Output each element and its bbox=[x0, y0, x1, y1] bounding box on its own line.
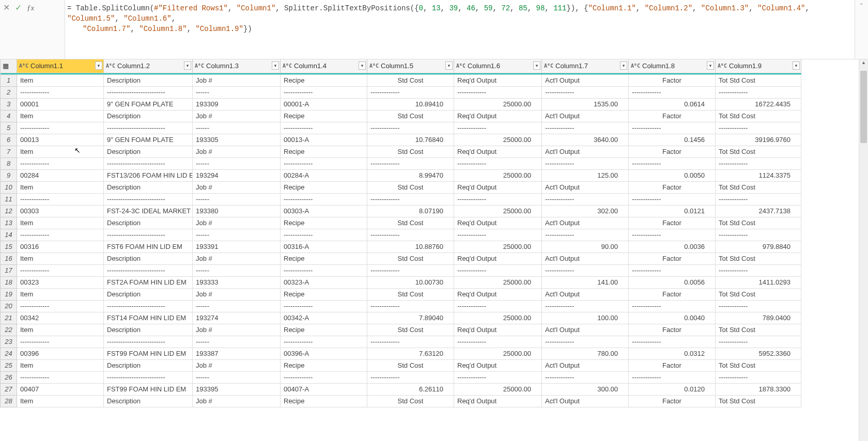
cell[interactable]: 00316 bbox=[17, 241, 104, 253]
row-number[interactable]: 27 bbox=[1, 383, 17, 395]
column-dropdown-icon[interactable]: ▼ bbox=[184, 61, 191, 70]
table-row[interactable]: 3000019" GEN FOAM PLATE19330900001-A10.8… bbox=[1, 98, 801, 110]
cell[interactable]: Req'd Output bbox=[454, 359, 542, 371]
cell[interactable]: ------ bbox=[193, 229, 281, 241]
cell[interactable]: ------------- bbox=[281, 122, 367, 134]
cell[interactable]: 193333 bbox=[193, 276, 281, 288]
cell[interactable]: ------------- bbox=[454, 371, 542, 383]
table-row[interactable]: 11--------------------------------------… bbox=[1, 193, 801, 205]
cell[interactable]: 25000.00 bbox=[454, 276, 542, 288]
cell[interactable]: FST2A FOAM HIN LID EM bbox=[104, 276, 193, 288]
row-number[interactable]: 2 bbox=[1, 86, 17, 98]
cell[interactable]: 00316-A bbox=[281, 241, 367, 253]
cell[interactable]: ------------- bbox=[17, 300, 104, 312]
column-header-8[interactable]: AᴮCColumn1.8▼ bbox=[629, 59, 716, 73]
cell[interactable]: 6.26110 bbox=[367, 383, 454, 395]
table-row[interactable]: 16ItemDescriptionJob #RecipeStd CostReq'… bbox=[1, 253, 801, 264]
cell[interactable]: ------------- bbox=[716, 158, 801, 169]
cell[interactable]: -------------------------- bbox=[104, 371, 193, 383]
cell[interactable]: 00407-A bbox=[281, 383, 367, 395]
cell[interactable]: Factor bbox=[629, 146, 716, 158]
cell[interactable]: ------------- bbox=[367, 300, 454, 312]
row-number[interactable]: 1 bbox=[1, 74, 17, 86]
cell[interactable]: ------------- bbox=[17, 264, 104, 276]
cell[interactable]: ------------- bbox=[629, 122, 716, 134]
cell[interactable]: Factor bbox=[629, 217, 716, 229]
table-row[interactable]: 14--------------------------------------… bbox=[1, 229, 801, 241]
cell[interactable]: ------------- bbox=[17, 193, 104, 205]
cell[interactable]: 0.0614 bbox=[629, 98, 716, 110]
table-row[interactable]: 28ItemDescriptionJob #RecipeStd CostReq'… bbox=[1, 395, 801, 407]
cell[interactable]: ------------- bbox=[629, 371, 716, 383]
cell[interactable]: Item bbox=[17, 110, 104, 122]
cell[interactable]: Factor bbox=[629, 288, 716, 300]
cell[interactable]: 141.00 bbox=[542, 276, 629, 288]
cell[interactable]: ------------- bbox=[454, 86, 542, 98]
cell[interactable]: 125.00 bbox=[542, 169, 629, 181]
cell[interactable]: 9" GEN FOAM PLATE bbox=[104, 134, 193, 146]
cell[interactable]: Description bbox=[104, 324, 193, 336]
text-type-icon[interactable]: AᴮC bbox=[19, 63, 28, 69]
cell[interactable]: ------------- bbox=[542, 229, 629, 241]
cell[interactable]: ------------- bbox=[629, 336, 716, 348]
cell[interactable]: FST13/206 FOAM HIN LID EM bbox=[104, 169, 193, 181]
cell[interactable]: ------------- bbox=[716, 264, 801, 276]
cell[interactable]: ------------- bbox=[281, 371, 367, 383]
column-dropdown-icon[interactable]: ▼ bbox=[95, 61, 102, 70]
cell[interactable]: ------------- bbox=[629, 193, 716, 205]
cell[interactable]: Req'd Output bbox=[454, 253, 542, 264]
text-type-icon[interactable]: AᴮC bbox=[544, 63, 553, 69]
cell[interactable]: 25000.00 bbox=[454, 205, 542, 217]
cell[interactable]: Act'l Output bbox=[542, 181, 629, 193]
cell[interactable]: Act'l Output bbox=[542, 324, 629, 336]
cell[interactable]: Description bbox=[104, 359, 193, 371]
cell[interactable]: ------------- bbox=[17, 371, 104, 383]
cell[interactable]: 193391 bbox=[193, 241, 281, 253]
row-number[interactable]: 28 bbox=[1, 395, 17, 407]
cell[interactable]: Job # bbox=[193, 359, 281, 371]
cell[interactable]: Recipe bbox=[281, 74, 367, 86]
row-number[interactable]: 4 bbox=[1, 110, 17, 122]
cell[interactable]: 7.89040 bbox=[367, 312, 454, 324]
cell[interactable]: Req'd Output bbox=[454, 324, 542, 336]
cell[interactable]: Tot Std Cost bbox=[716, 181, 801, 193]
row-number[interactable]: 10 bbox=[1, 181, 17, 193]
cell[interactable]: 5952.3360 bbox=[716, 348, 801, 359]
cell[interactable]: 10.00730 bbox=[367, 276, 454, 288]
table-row[interactable]: 1800323FST2A FOAM HIN LID EM19333300323-… bbox=[1, 276, 801, 288]
cell[interactable]: 1535.00 bbox=[542, 98, 629, 110]
cell[interactable]: ------ bbox=[193, 264, 281, 276]
row-number[interactable]: 19 bbox=[1, 288, 17, 300]
cell[interactable]: Req'd Output bbox=[454, 217, 542, 229]
table-row[interactable]: 6000139" GEN FOAM PLATE19330500013-A10.7… bbox=[1, 134, 801, 146]
cell[interactable]: Act'l Output bbox=[542, 217, 629, 229]
cell[interactable]: 0.1456 bbox=[629, 134, 716, 146]
cell[interactable]: FST6 FOAM HIN LID EM bbox=[104, 241, 193, 253]
row-number[interactable]: 7 bbox=[1, 146, 17, 158]
cell[interactable]: 193387 bbox=[193, 348, 281, 359]
cell[interactable]: Req'd Output bbox=[454, 395, 542, 407]
cell[interactable]: Tot Std Cost bbox=[716, 74, 801, 86]
cell[interactable]: Job # bbox=[193, 395, 281, 407]
accept-icon[interactable]: ✓ bbox=[15, 2, 22, 13]
cell[interactable]: ------------- bbox=[542, 158, 629, 169]
cell[interactable]: 1878.3300 bbox=[716, 383, 801, 395]
cell[interactable]: ------------- bbox=[629, 86, 716, 98]
cell[interactable]: Recipe bbox=[281, 359, 367, 371]
row-number[interactable]: 18 bbox=[1, 276, 17, 288]
cell[interactable]: 25000.00 bbox=[454, 98, 542, 110]
cell[interactable]: Factor bbox=[629, 359, 716, 371]
cell[interactable]: ------------- bbox=[716, 122, 801, 134]
cell[interactable]: Factor bbox=[629, 395, 716, 407]
cell[interactable]: 00407 bbox=[17, 383, 104, 395]
cell[interactable]: Recipe bbox=[281, 288, 367, 300]
cell[interactable]: 7.63120 bbox=[367, 348, 454, 359]
text-type-icon[interactable]: AᴮC bbox=[283, 63, 292, 69]
cell[interactable]: 0.0040 bbox=[629, 312, 716, 324]
cell[interactable]: Item bbox=[17, 74, 104, 86]
cell[interactable]: Std Cost bbox=[367, 74, 454, 86]
table-row[interactable]: 8---------------------------------------… bbox=[1, 158, 801, 169]
cell[interactable]: ------ bbox=[193, 371, 281, 383]
cell[interactable]: Description bbox=[104, 288, 193, 300]
cell[interactable]: Item bbox=[17, 146, 104, 158]
